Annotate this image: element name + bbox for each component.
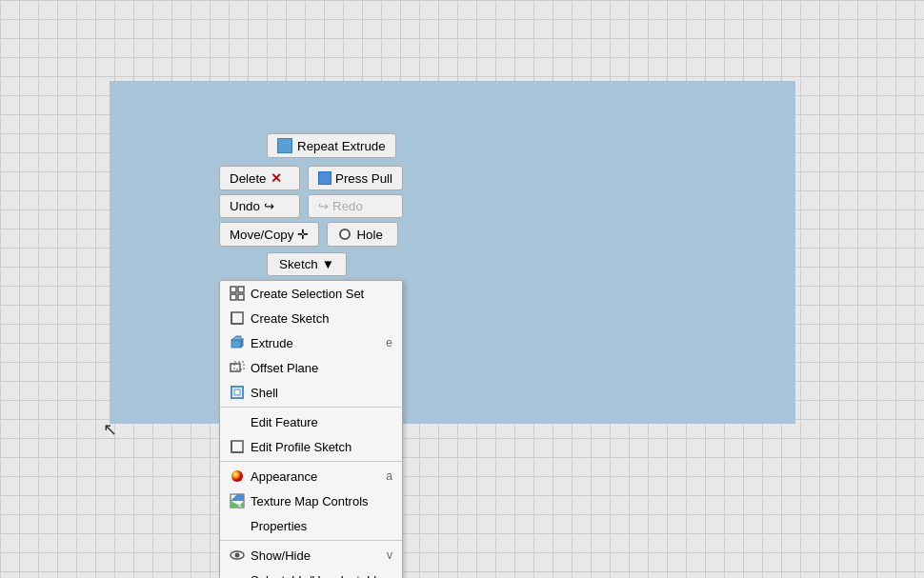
delete-x-icon: ✕ <box>271 170 282 186</box>
menu-item-create-selection-set[interactable]: Create Selection Set <box>220 281 402 306</box>
show-hide-shortcut: v <box>387 548 392 562</box>
repeat-extrude-button[interactable]: Repeat Extrude <box>267 133 396 158</box>
create-sketch-icon <box>230 310 245 326</box>
offset-plane-icon <box>230 360 245 375</box>
menu-item-edit-feature[interactable]: Edit Feature <box>220 409 402 434</box>
svg-rect-12 <box>231 387 243 398</box>
divider-2 <box>220 461 402 462</box>
edit-profile-sketch-label: Edit Profile Sketch <box>251 440 352 454</box>
texture-map-controls-label: Texture Map Controls <box>251 494 369 508</box>
edit-feature-label: Edit Feature <box>251 415 318 429</box>
create-sketch-label: Create Sketch <box>251 311 329 326</box>
svg-rect-11 <box>234 362 244 369</box>
show-hide-label: Show/Hide <box>251 548 311 563</box>
svg-marker-19 <box>231 494 244 501</box>
hole-button[interactable]: Hole <box>327 222 398 247</box>
menu-item-selectable-unselectable[interactable]: Selectable/Unselectable <box>220 568 402 578</box>
selectable-unselectable-label: Selectable/Unselectable <box>251 573 383 579</box>
menu-item-appearance[interactable]: Appearance a <box>220 464 402 488</box>
appearance-label: Appearance <box>251 469 317 484</box>
offset-plane-label: Offset Plane <box>251 361 318 375</box>
svg-rect-1 <box>238 287 244 292</box>
properties-icon-placeholder <box>230 518 245 533</box>
menu-item-offset-plane[interactable]: Offset Plane <box>220 355 402 380</box>
delete-label: Delete <box>230 171 267 186</box>
svg-rect-14 <box>231 441 243 452</box>
move-copy-icon: ✛ <box>297 227 309 242</box>
move-copy-button[interactable]: Move/Copy ✛ <box>219 222 319 247</box>
delete-button[interactable]: Delete ✕ <box>219 166 300 190</box>
create-selection-set-icon <box>230 286 245 301</box>
divider-1 <box>220 407 402 408</box>
undo-button[interactable]: Undo ↩ <box>219 194 300 218</box>
svg-rect-10 <box>231 364 240 371</box>
svg-marker-8 <box>231 336 241 340</box>
repeat-extrude-label: Repeat Extrude <box>297 139 386 153</box>
edit-feature-icon-placeholder <box>230 414 245 429</box>
svg-point-22 <box>235 553 240 558</box>
undo-label: Undo <box>230 199 260 213</box>
shell-icon <box>230 385 245 400</box>
extrude-icon <box>230 335 245 350</box>
appearance-shortcut: a <box>386 469 392 483</box>
divider-3 <box>220 540 402 541</box>
redo-button[interactable]: ↪ Redo <box>308 194 403 218</box>
properties-label: Properties <box>251 519 307 533</box>
press-pull-label: Press Pull <box>335 171 392 186</box>
sketch-dropdown-button[interactable]: Sketch ▼ <box>267 252 347 276</box>
menu-item-properties[interactable]: Properties <box>220 513 402 538</box>
menu-item-edit-profile-sketch[interactable]: Edit Profile Sketch <box>220 434 402 459</box>
texture-map-icon <box>230 493 245 508</box>
canvas-area <box>110 81 795 424</box>
svg-marker-9 <box>241 338 243 348</box>
menu-item-extrude[interactable]: Extrude e <box>220 330 402 355</box>
press-pull-icon <box>318 171 331 185</box>
svg-marker-20 <box>231 501 244 508</box>
show-hide-icon <box>230 548 245 563</box>
svg-point-17 <box>231 470 243 482</box>
press-pull-button[interactable]: Press Pull <box>308 166 403 190</box>
svg-rect-13 <box>234 389 240 395</box>
redo-label: Redo <box>332 199 363 213</box>
svg-rect-4 <box>231 312 243 324</box>
undo-icon: ↩ <box>264 199 274 213</box>
hole-icon <box>337 227 352 242</box>
sketch-chevron-icon: ▼ <box>322 257 334 271</box>
svg-rect-2 <box>231 294 236 300</box>
context-menu-container: Repeat Extrude Delete ✕ Press Pull Undo … <box>219 133 403 578</box>
repeat-extrude-icon <box>277 138 292 153</box>
menu-item-create-sketch[interactable]: Create Sketch <box>220 306 402 330</box>
svg-rect-0 <box>231 287 236 292</box>
appearance-icon <box>230 468 245 484</box>
hole-label: Hole <box>356 228 382 242</box>
create-selection-set-label: Create Selection Set <box>251 287 364 301</box>
move-copy-label: Move/Copy <box>230 228 293 242</box>
svg-rect-3 <box>238 294 244 300</box>
context-dropdown-menu: Create Selection Set Create Sketch E <box>219 280 403 578</box>
extrude-shortcut: e <box>386 336 392 349</box>
cursor-icon: ↖ <box>103 419 117 573</box>
menu-item-texture-map-controls[interactable]: Texture Map Controls <box>220 488 402 513</box>
sketch-label: Sketch <box>279 257 318 271</box>
menu-item-show-hide[interactable]: Show/Hide v <box>220 543 402 568</box>
shell-label: Shell <box>251 386 278 400</box>
selectable-icon-placeholder <box>230 572 245 578</box>
edit-profile-sketch-icon <box>230 439 245 454</box>
redo-icon: ↪ <box>318 199 329 213</box>
extrude-label: Extrude <box>251 336 293 350</box>
svg-rect-7 <box>231 340 241 348</box>
menu-item-shell[interactable]: Shell <box>220 380 402 405</box>
